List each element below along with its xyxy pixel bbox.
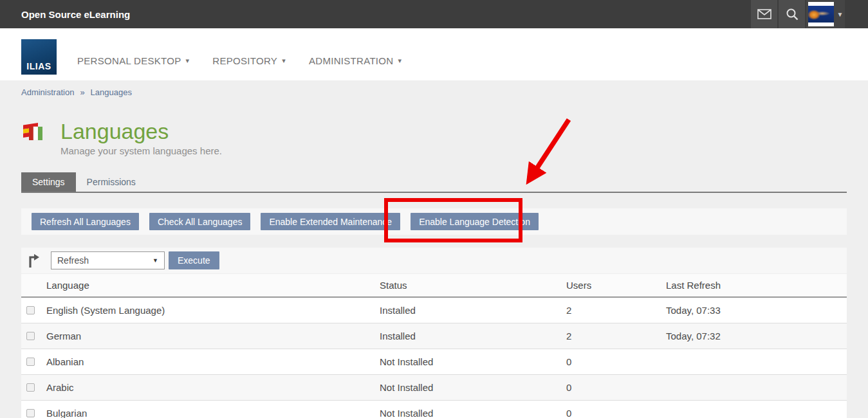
page-title-group: Languages Manage your system languages h… xyxy=(60,119,222,156)
row-checkbox[interactable] xyxy=(26,358,35,366)
cell-last-refresh: Today, 07:32 xyxy=(666,331,847,341)
cell-users: 2 xyxy=(566,305,666,316)
cell-language: Bulgarian xyxy=(46,408,380,418)
cell-language: English (System Language) xyxy=(46,305,380,316)
cell-users: 0 xyxy=(566,356,666,367)
cell-users: 0 xyxy=(566,382,666,393)
search-button[interactable] xyxy=(777,0,805,28)
top-bar: Open Source eLearning ▼ xyxy=(0,0,868,28)
apply-to-selected-icon xyxy=(27,253,40,268)
user-menu-button[interactable]: ▼ xyxy=(805,0,845,28)
breadcrumb-item-administration[interactable]: Administration xyxy=(21,87,74,97)
column-header-users: Users xyxy=(566,280,666,291)
page-subtitle: Manage your system languages here. xyxy=(60,145,222,156)
table-row: English (System Language)Installed2Today… xyxy=(21,298,847,323)
checkbox-cell xyxy=(21,332,46,340)
table-row: GermanInstalled2Today, 07:32 xyxy=(21,323,847,349)
table-row: BulgarianNot Installed0 xyxy=(21,401,847,418)
topbar-actions: ▼ xyxy=(750,0,845,28)
admin-actions-toolbar: Refresh All LanguagesCheck All Languages… xyxy=(21,208,847,235)
cell-status: Installed xyxy=(380,331,566,341)
cell-status: Not Installed xyxy=(380,408,566,418)
bulk-action-selected-value: Refresh xyxy=(57,255,89,266)
mail-icon xyxy=(757,9,771,19)
bulk-action-select[interactable]: Refresh ▼ xyxy=(51,251,165,269)
breadcrumb: Administration»Languages xyxy=(0,80,868,104)
row-checkbox[interactable] xyxy=(26,409,35,417)
cell-status: Not Installed xyxy=(380,382,566,393)
avatar xyxy=(808,2,834,26)
checkbox-cell xyxy=(21,358,46,366)
chevron-down-icon: ▾ xyxy=(282,57,286,65)
nav-item-label: REPOSITORY xyxy=(212,55,277,66)
row-checkbox[interactable] xyxy=(26,332,35,340)
main-menu: PERSONAL DESKTOP▾REPOSITORY▾ADMINISTRATI… xyxy=(77,55,425,66)
ilias-logo-text: ILIAS xyxy=(26,61,51,71)
page-title: Languages xyxy=(60,119,222,143)
cell-language: Albanian xyxy=(46,356,380,367)
checkbox-cell xyxy=(21,383,46,392)
checkbox-cell xyxy=(21,306,46,314)
cell-users: 2 xyxy=(566,331,666,341)
cell-status: Not Installed xyxy=(380,356,566,367)
execute-button[interactable]: Execute xyxy=(169,251,219,269)
languages-table: LanguageStatusUsersLast Refresh English … xyxy=(21,274,847,418)
breadcrumb-item-languages[interactable]: Languages xyxy=(91,87,132,97)
page-header: Languages Manage your system languages h… xyxy=(21,119,847,156)
row-checkbox[interactable] xyxy=(26,383,35,392)
content-area: Languages Manage your system languages h… xyxy=(0,119,868,418)
nav-item-administration[interactable]: ADMINISTRATION▾ xyxy=(309,55,402,66)
chevron-down-icon: ▼ xyxy=(837,11,844,18)
breadcrumb-separator: » xyxy=(80,87,84,97)
enable-extended-maintenance-button[interactable]: Enable Extended Maintenance xyxy=(261,213,400,230)
nav-item-repository[interactable]: REPOSITORY▾ xyxy=(212,55,286,66)
tab-bar: SettingsPermissions xyxy=(21,174,847,193)
app-title: Open Source eLearning xyxy=(21,9,130,20)
column-header-status: Status xyxy=(380,280,566,291)
cell-last-refresh: Today, 07:33 xyxy=(666,305,847,316)
mail-button[interactable] xyxy=(750,0,777,28)
avatar-photo xyxy=(808,6,834,23)
nav-item-label: ADMINISTRATION xyxy=(309,55,393,66)
check-all-languages-button[interactable]: Check All Languages xyxy=(149,213,251,230)
table-header-row: LanguageStatusUsersLast Refresh xyxy=(21,274,847,298)
cell-users: 0 xyxy=(566,408,666,418)
cell-status: Installed xyxy=(380,305,566,316)
cell-language: Arabic xyxy=(46,382,380,393)
column-header-last-refresh: Last Refresh xyxy=(666,280,847,291)
search-icon xyxy=(786,8,799,21)
row-checkbox[interactable] xyxy=(26,306,35,314)
select-caret-icon: ▼ xyxy=(152,257,158,264)
nav-item-personal-desktop[interactable]: PERSONAL DESKTOP▾ xyxy=(77,55,189,66)
ilias-admin-languages-page: Open Source eLearning ▼ xyxy=(0,0,868,418)
checkbox-cell xyxy=(21,409,46,417)
chevron-down-icon: ▾ xyxy=(398,57,402,65)
languages-flags-icon xyxy=(21,121,46,143)
nav-item-label: PERSONAL DESKTOP xyxy=(77,55,181,66)
table-body: English (System Language)Installed2Today… xyxy=(21,298,847,418)
column-header-language: Language xyxy=(46,280,380,291)
tab-permissions[interactable]: Permissions xyxy=(76,172,147,192)
enable-language-detection-button[interactable]: Enable Language Detection xyxy=(411,213,539,230)
chevron-down-icon: ▾ xyxy=(186,57,190,65)
main-navigation: ILIAS PERSONAL DESKTOP▾REPOSITORY▾ADMINI… xyxy=(0,28,868,80)
ilias-logo[interactable]: ILIAS xyxy=(21,39,57,75)
cell-language: German xyxy=(46,331,380,341)
table-row: ArabicNot Installed0 xyxy=(21,375,847,401)
tab-settings[interactable]: Settings xyxy=(21,172,76,192)
refresh-all-languages-button[interactable]: Refresh All Languages xyxy=(32,213,139,230)
table-row: AlbanianNot Installed0 xyxy=(21,349,847,375)
bulk-actions-toolbar: Refresh ▼ Execute xyxy=(21,248,847,273)
